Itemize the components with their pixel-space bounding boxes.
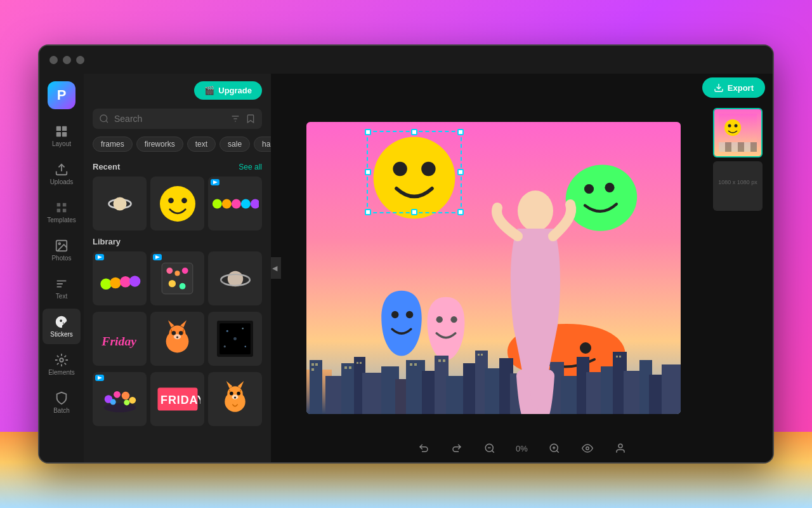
sidebar-item-stickers[interactable]: Stickers bbox=[43, 309, 81, 344]
export-button[interactable]: Export bbox=[702, 77, 765, 98]
svg-point-134 bbox=[724, 119, 741, 136]
person-button[interactable] bbox=[610, 438, 631, 458]
upload-icon bbox=[55, 163, 69, 177]
thumbnail-2[interactable]: 1080 x 1080 px bbox=[713, 161, 763, 211]
sidebar-stickers-label: Stickers bbox=[50, 331, 73, 338]
bookmark-icon[interactable] bbox=[246, 114, 256, 124]
tag-frames[interactable]: frames bbox=[93, 137, 133, 152]
svg-rect-126 bbox=[443, 359, 445, 362]
canvas-bottombar: 0% bbox=[271, 434, 773, 462]
see-all-recent[interactable]: See all bbox=[239, 163, 262, 171]
sidebar-item-photos[interactable]: Photos bbox=[43, 232, 81, 268]
canvas-dimensions-label: 1080 x 1080 px bbox=[718, 179, 757, 185]
saturn2-sticker bbox=[213, 257, 258, 301]
svg-rect-0 bbox=[56, 126, 61, 131]
svg-marker-18 bbox=[213, 180, 218, 184]
svg-marker-29 bbox=[155, 255, 160, 259]
svg-point-80 bbox=[391, 311, 398, 318]
app-logo[interactable]: P bbox=[48, 81, 75, 109]
selected-smiley-element[interactable] bbox=[370, 133, 459, 210]
zoom-out-button[interactable] bbox=[480, 438, 500, 458]
svg-line-147 bbox=[556, 450, 558, 452]
redo-icon bbox=[451, 443, 462, 454]
svg-point-150 bbox=[586, 447, 589, 450]
colorful-balls-sticker bbox=[98, 261, 142, 296]
sidebar-item-batch[interactable]: Batch bbox=[43, 385, 81, 420]
svg-point-14 bbox=[113, 197, 126, 210]
undo-button[interactable] bbox=[414, 438, 434, 458]
export-icon bbox=[714, 83, 724, 93]
tag-sale[interactable]: sale bbox=[219, 137, 250, 152]
svg-point-72 bbox=[234, 396, 236, 398]
sticker-cell-dark-frame[interactable] bbox=[208, 312, 262, 366]
search-bar[interactable] bbox=[93, 109, 262, 129]
svg-point-25 bbox=[100, 279, 112, 290]
svg-marker-42 bbox=[168, 320, 174, 327]
redo-button[interactable] bbox=[447, 438, 467, 458]
sidebar-item-text[interactable]: Text bbox=[43, 271, 81, 306]
upgrade-label: Upgrade bbox=[218, 86, 252, 95]
export-label: Export bbox=[728, 83, 754, 93]
sticker-cell-saturn[interactable] bbox=[93, 177, 147, 231]
sticker-cell-flowers[interactable] bbox=[150, 251, 204, 305]
beads-badge bbox=[211, 179, 219, 185]
sticker-cell-crown[interactable] bbox=[93, 372, 147, 426]
svg-line-144 bbox=[492, 450, 494, 452]
beads-sticker bbox=[211, 192, 259, 216]
svg-rect-116 bbox=[311, 363, 314, 366]
person-icon bbox=[615, 443, 626, 454]
crown-sticker bbox=[97, 382, 143, 417]
friday-text-sticker: Friday bbox=[97, 321, 143, 356]
svg-point-23 bbox=[251, 199, 259, 208]
stickers-scroll: Recent See all bbox=[84, 156, 271, 462]
sticker-cell-colorful-balls[interactable] bbox=[93, 251, 147, 305]
svg-point-33 bbox=[182, 267, 188, 274]
eye-button[interactable] bbox=[577, 438, 598, 458]
canvas-topbar: Export bbox=[271, 74, 773, 102]
sticker-cell-yellow-smiley[interactable] bbox=[150, 177, 204, 231]
tag-happ[interactable]: happ bbox=[254, 137, 271, 152]
sticker-cell-friday-text[interactable]: Friday bbox=[93, 312, 147, 366]
svg-point-53 bbox=[245, 345, 246, 347]
sidebar-item-elements[interactable]: Elements bbox=[43, 347, 81, 382]
sidebar-item-layout[interactable]: Layout bbox=[43, 118, 81, 154]
flowers-sticker bbox=[157, 258, 198, 299]
tags-row: frames fireworks text sale happ bbox=[84, 133, 271, 156]
upgrade-icon: 🎬 bbox=[204, 86, 214, 95]
tag-fireworks[interactable]: fireworks bbox=[136, 137, 183, 152]
svg-rect-137 bbox=[719, 142, 725, 152]
svg-point-60 bbox=[129, 397, 136, 404]
svg-text:Friday: Friday bbox=[101, 334, 136, 348]
sidebar-item-templates[interactable]: Templates bbox=[43, 194, 81, 230]
zoom-in-button[interactable] bbox=[544, 438, 565, 458]
svg-marker-43 bbox=[180, 320, 187, 327]
thumbnail-strip: 1080 x 1080 px bbox=[709, 102, 766, 434]
sticker-cell-tiger2[interactable] bbox=[208, 372, 262, 426]
svg-point-135 bbox=[728, 124, 731, 128]
sidebar-batch-label: Batch bbox=[53, 407, 70, 414]
svg-point-19 bbox=[213, 199, 222, 208]
thumbnail-1[interactable] bbox=[713, 108, 763, 157]
sticker-cell-saturn2[interactable] bbox=[208, 251, 262, 305]
svg-point-56 bbox=[103, 403, 135, 412]
upgrade-button[interactable]: 🎬 Upgrade bbox=[194, 81, 262, 100]
filter-icon[interactable] bbox=[230, 114, 240, 124]
svg-rect-142 bbox=[750, 142, 757, 152]
panel-header: 🎬 Upgrade bbox=[84, 74, 271, 105]
canvas-frame[interactable] bbox=[306, 122, 681, 414]
tag-text[interactable]: text bbox=[187, 137, 216, 152]
video-badge-2 bbox=[153, 254, 162, 260]
collapse-panel-arrow[interactable]: ◀ bbox=[271, 257, 281, 279]
svg-rect-125 bbox=[438, 359, 441, 362]
sidebar-item-uploads[interactable]: Uploads bbox=[43, 156, 81, 192]
eye-icon bbox=[582, 443, 593, 454]
svg-point-44 bbox=[172, 331, 176, 335]
sticker-cell-beads[interactable] bbox=[208, 177, 262, 231]
sticker-cell-tiger[interactable] bbox=[150, 312, 204, 366]
traffic-dot-2 bbox=[63, 56, 71, 64]
sticker-cell-friday-stamp[interactable]: FRIDAY bbox=[150, 372, 204, 426]
svg-rect-121 bbox=[357, 362, 358, 364]
search-input[interactable] bbox=[114, 114, 225, 124]
friday-stamp-sticker: FRIDAY bbox=[155, 382, 200, 417]
search-icon bbox=[99, 114, 109, 124]
